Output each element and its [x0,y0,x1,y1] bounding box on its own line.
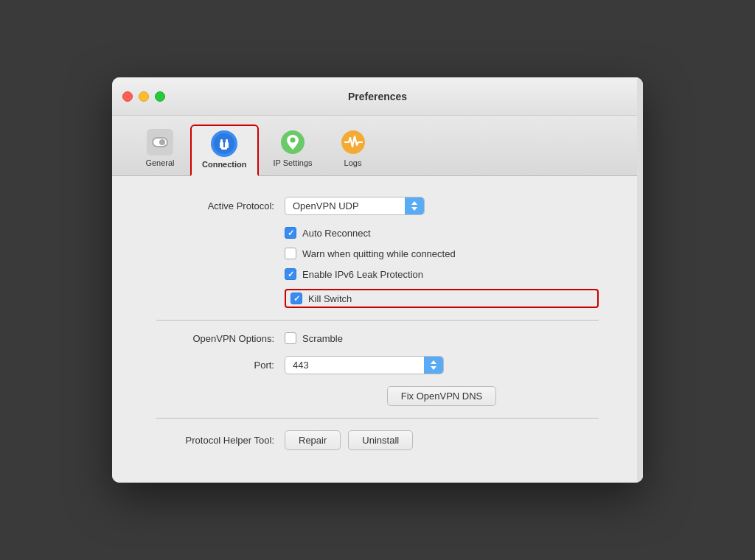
scramble-checkbox[interactable] [285,332,296,344]
preferences-window: Preferences General [112,77,643,483]
repair-button[interactable]: Repair [285,430,341,450]
close-button[interactable] [122,91,133,102]
protocol-label: Active Protocol: [156,200,274,211]
port-down-icon [431,366,436,370]
window-title: Preferences [348,91,407,102]
tab-connection[interactable]: Connection [190,125,259,176]
protocol-value: OpenVPN UDP [285,197,405,214]
openvpn-options-label: OpenVPN Options: [156,333,274,344]
connection-icon [211,130,237,157]
svg-rect-6 [221,147,227,150]
auto-reconnect-label: Auto Reconnect [302,228,371,239]
port-stepper[interactable] [424,357,443,374]
main-content: Active Protocol: OpenVPN UDP Auto Reconn… [112,176,643,483]
protocol-helper-label: Protocol Helper Tool: [156,435,274,446]
kill-switch-label: Kill Switch [308,293,352,304]
ipv6-leak-label: Enable IPv6 Leak Protection [302,269,423,280]
port-input[interactable] [285,357,424,374]
port-label: Port: [156,360,274,371]
tab-general-label: General [145,158,174,167]
kill-switch-row: Kill Switch [285,289,599,308]
protocol-dropdown-arrow[interactable] [405,197,424,214]
checkboxes-section: Auto Reconnect Warn when quitting while … [285,227,599,308]
openvpn-options-row: OpenVPN Options: Scramble [156,332,599,344]
tab-ip-settings-label: IP Settings [274,158,313,167]
toggle-icon [152,137,168,147]
protocol-row: Active Protocol: OpenVPN UDP [156,197,599,215]
auto-reconnect-row: Auto Reconnect [285,227,599,239]
toolbar: General Connection [112,116,643,176]
helper-buttons: Repair Uninstall [285,430,413,450]
svg-point-8 [290,138,296,143]
svg-rect-4 [220,139,223,143]
logs-icon [340,129,366,155]
auto-reconnect-checkbox[interactable] [285,227,296,239]
divider-2 [156,418,599,419]
warn-quitting-row: Warn when quitting while connected [285,248,599,259]
port-input-wrapper [285,356,444,374]
maximize-button[interactable] [155,91,165,102]
tab-ip-settings[interactable]: IP Settings [263,125,323,175]
protocol-helper-row: Protocol Helper Tool: Repair Uninstall [156,430,599,450]
scrollbar[interactable] [637,77,643,483]
protocol-dropdown[interactable]: OpenVPN UDP [285,197,425,215]
arrow-up-icon [411,201,417,205]
scramble-label: Scramble [302,333,343,344]
svg-rect-3 [225,142,229,148]
general-icon [147,129,173,155]
warn-quitting-label: Warn when quitting while connected [302,248,456,259]
uninstall-button[interactable]: Uninstall [348,430,413,450]
titlebar: Preferences [112,77,643,116]
port-up-icon [431,360,436,364]
svg-rect-2 [220,142,223,148]
ip-settings-icon [279,129,306,155]
ipv6-leak-row: Enable IPv6 Leak Protection [285,268,599,280]
port-row: Port: [156,356,599,374]
arrow-down-icon [411,207,417,211]
scramble-row: Scramble [285,332,343,344]
kill-switch-checkbox[interactable] [290,293,302,304]
tab-general[interactable]: General [134,125,186,175]
ipv6-leak-checkbox[interactable] [285,268,296,280]
traffic-lights [122,91,165,102]
tab-logs[interactable]: Logs [327,125,379,175]
fix-dns-row: Fix OpenVPN DNS [285,386,599,406]
svg-point-1 [214,133,234,154]
minimize-button[interactable] [139,91,149,102]
warn-quitting-checkbox[interactable] [285,248,296,259]
fix-openvpn-dns-button[interactable]: Fix OpenVPN DNS [387,386,497,406]
tab-connection-label: Connection [202,160,247,169]
tab-logs-label: Logs [344,158,362,167]
divider-1 [156,320,599,321]
svg-rect-5 [226,139,228,143]
